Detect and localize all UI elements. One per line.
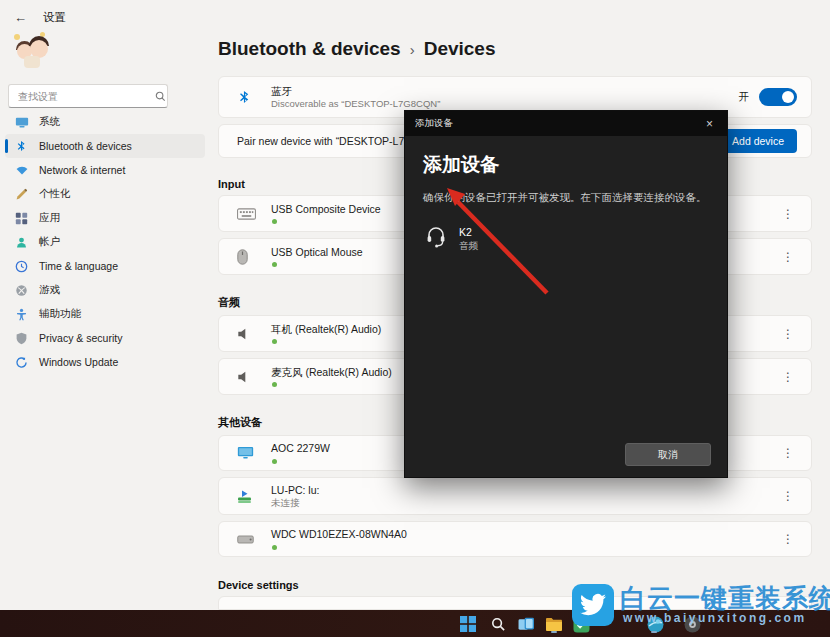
sidebar-item-label: 个性化 <box>39 187 71 201</box>
status-dot <box>272 339 277 344</box>
sidebar-item-time-language[interactable]: Time & language <box>5 254 205 278</box>
close-icon[interactable]: × <box>702 117 717 131</box>
person-icon <box>14 235 29 250</box>
section-header-device-settings: Device settings <box>218 579 812 591</box>
speaker-icon <box>237 327 271 341</box>
sidebar-item-label: Time & language <box>39 260 118 272</box>
device-card-wdc-drive[interactable]: WDC WD10EZEX-08WN4A0 ⋮ <box>218 521 812 557</box>
status-dot <box>272 545 277 550</box>
drive-icon <box>237 535 271 544</box>
more-options-icon[interactable]: ⋮ <box>779 250 797 264</box>
speaker-icon <box>237 370 271 384</box>
accessibility-icon <box>14 307 29 322</box>
shield-icon <box>14 331 29 346</box>
more-options-icon[interactable]: ⋮ <box>779 446 797 460</box>
sidebar-item-network[interactable]: Network & internet <box>5 158 205 182</box>
more-options-icon[interactable]: ⋮ <box>779 489 797 503</box>
apps-icon <box>14 211 29 226</box>
bluetooth-icon <box>14 139 29 154</box>
bluetooth-card-title: 蓝牙 <box>271 85 440 98</box>
sidebar: ← 设置 系统 Bluetooth & devices <box>0 0 210 610</box>
sidebar-item-label: Windows Update <box>39 356 118 368</box>
search-input[interactable] <box>9 91 154 102</box>
sidebar-item-apps[interactable]: 应用 <box>5 206 205 230</box>
device-name: USB Optical Mouse <box>271 246 363 259</box>
brush-icon <box>14 187 29 202</box>
sidebar-item-label: 帐户 <box>39 235 60 249</box>
add-device-button[interactable]: Add device <box>719 129 797 153</box>
task-view-icon[interactable] <box>516 614 536 634</box>
system-icon <box>14 115 29 130</box>
settings-window: ← 设置 系统 Bluetooth & devices <box>0 0 830 637</box>
start-button-icon[interactable] <box>458 614 478 634</box>
sidebar-item-label: Bluetooth & devices <box>39 140 132 152</box>
add-device-dialog: 添加设备 × 添加设备 确保你的设备已打开并可被发现。在下面选择要连接的设备。 … <box>404 110 728 478</box>
search-icon <box>154 91 167 102</box>
sidebar-item-label: 辅助功能 <box>39 307 81 321</box>
xbox-icon <box>14 283 29 298</box>
bluetooth-icon <box>237 90 271 105</box>
device-name: LU-PC: lu: <box>271 484 319 497</box>
status-dot <box>272 262 277 267</box>
wifi-icon <box>14 163 29 178</box>
sidebar-item-system[interactable]: 系统 <box>5 110 205 134</box>
taskbar-search-icon[interactable] <box>488 614 508 634</box>
sidebar-item-label: 游戏 <box>39 283 60 297</box>
sidebar-item-windows-update[interactable]: Windows Update <box>5 350 205 374</box>
sidebar-item-accessibility[interactable]: 辅助功能 <box>5 302 205 326</box>
app-icon-green[interactable] <box>571 614 591 634</box>
user-avatar[interactable] <box>14 32 52 70</box>
sidebar-item-bluetooth-devices[interactable]: Bluetooth & devices <box>5 134 205 158</box>
sidebar-item-label: 应用 <box>39 211 60 225</box>
breadcrumb-parent[interactable]: Bluetooth & devices <box>218 38 401 60</box>
dialog-description: 确保你的设备已打开并可被发现。在下面选择要连接的设备。 <box>423 190 709 205</box>
more-options-icon[interactable]: ⋮ <box>779 532 797 546</box>
bluetooth-toggle[interactable] <box>759 88 797 106</box>
sidebar-item-gaming[interactable]: 游戏 <box>5 278 205 302</box>
device-name: 耳机 (Realtek(R) Audio) <box>271 323 381 336</box>
mouse-icon <box>237 249 271 265</box>
more-options-icon[interactable]: ⋮ <box>779 207 797 221</box>
sidebar-item-accounts[interactable]: 帐户 <box>5 230 205 254</box>
more-options-icon[interactable]: ⋮ <box>779 327 797 341</box>
dialog-titlebar-text: 添加设备 <box>415 117 453 130</box>
clock-icon <box>14 259 29 274</box>
sidebar-item-label: Network & internet <box>39 164 125 176</box>
keyboard-icon <box>237 208 271 220</box>
status-dot <box>272 459 277 464</box>
back-icon[interactable]: ← <box>14 10 27 25</box>
settings-gear-icon[interactable] <box>682 614 702 634</box>
toggle-state-label: 开 <box>739 90 750 104</box>
device-name: 麦克风 (Realtek(R) Audio) <box>271 366 392 379</box>
breadcrumb-separator-icon: › <box>410 41 415 58</box>
dialog-titlebar: 添加设备 × <box>405 111 727 136</box>
device-name: AOC 2279W <box>271 442 330 455</box>
sidebar-item-privacy-security[interactable]: Privacy & security <box>5 326 205 350</box>
sidebar-item-label: Privacy & security <box>39 332 122 344</box>
sidebar-nav: 系统 Bluetooth & devices Network & interne… <box>5 110 205 374</box>
update-icon <box>14 355 29 370</box>
cancel-button[interactable]: 取消 <box>625 443 711 466</box>
media-device-icon <box>237 489 271 504</box>
sidebar-item-personalization[interactable]: 个性化 <box>5 182 205 206</box>
dialog-heading: 添加设备 <box>423 152 709 178</box>
device-type: 音频 <box>459 240 478 252</box>
status-dot <box>272 382 277 387</box>
device-name: WDC WD10EZEX-08WN4A0 <box>271 528 407 541</box>
device-name: K2 <box>459 226 478 240</box>
file-explorer-icon[interactable] <box>544 614 564 634</box>
breadcrumb: Bluetooth & devices › Devices <box>218 38 812 60</box>
browser-globe-icon[interactable] <box>645 614 665 634</box>
window-title: 设置 <box>43 10 66 25</box>
device-name: USB Composite Device <box>271 203 381 216</box>
status-dot <box>272 219 277 224</box>
device-settings-card-partial[interactable] <box>218 596 812 610</box>
taskbar <box>0 610 830 637</box>
sidebar-item-label: 系统 <box>39 115 60 129</box>
more-options-icon[interactable]: ⋮ <box>779 370 797 384</box>
discovered-device-k2[interactable]: K2 音频 <box>423 221 709 257</box>
device-card-lu-pc[interactable]: LU-PC: lu: 未连接 ⋮ <box>218 477 812 515</box>
settings-search <box>8 84 168 108</box>
bluetooth-card-subtitle: Discoverable as “DESKTOP-L7G8CQN” <box>271 98 440 110</box>
headset-icon <box>425 225 447 253</box>
